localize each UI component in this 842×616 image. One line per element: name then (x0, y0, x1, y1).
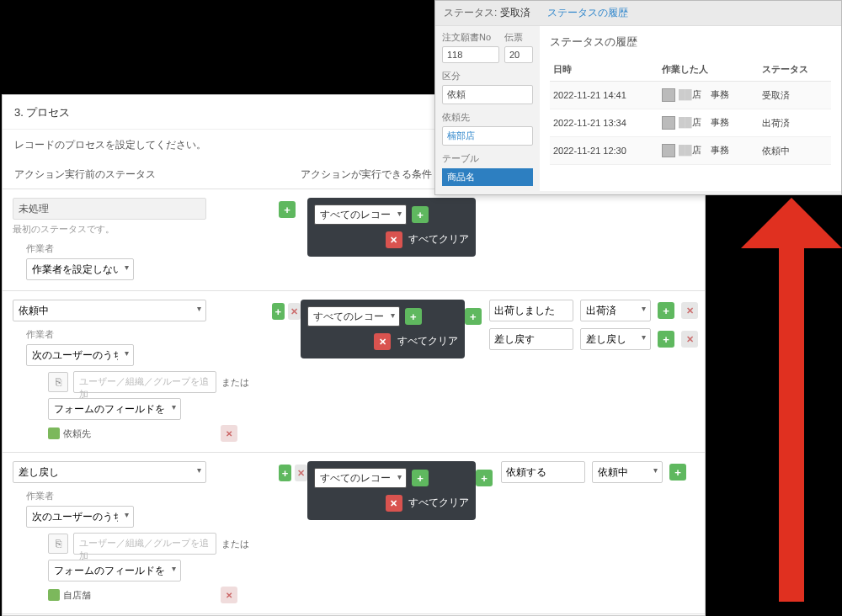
status-select[interactable]: 依頼中 (13, 300, 206, 321)
worker-select[interactable]: 作業者を設定しない (26, 258, 134, 280)
field-value-link[interactable]: 楠部店 (442, 126, 533, 146)
worker-label: 作業者 (26, 328, 272, 341)
condition-select[interactable]: すべてのレコード (314, 204, 407, 225)
add-action-button[interactable]: + (658, 302, 674, 319)
worker-select[interactable]: 次のユーザーのうち1人 (26, 506, 134, 528)
record-fields: 注文願書No 118 伝票 20 区分 依頼 依頼先 楠部店 テーブル 商品名 (435, 26, 540, 191)
remove-user-button[interactable]: ✕ (221, 587, 237, 603)
history-popup: ステータスの履歴 日時 作業した人 ステータス 2022-11-21 14:41… (540, 26, 841, 191)
col-datetime: 日時 (550, 58, 658, 82)
add-action-button[interactable]: + (658, 331, 674, 348)
add-branch-button[interactable]: + (476, 470, 493, 486)
add-action-button[interactable]: + (669, 464, 686, 481)
condition-select[interactable]: すべてのレコード (307, 306, 400, 327)
add-branch-button[interactable]: + (465, 308, 482, 325)
status-select[interactable]: 差し戻し (13, 461, 206, 483)
status-history-overlay: ステータス: 受取済 ステータスの履歴 注文願書No 118 伝票 20 区分 … (434, 0, 842, 195)
field-value: 118 (442, 46, 499, 63)
process-row: 未処理 最初のステータスです。 作業者 作業者を設定しない + すべてのレコード… (3, 189, 705, 290)
field-label: 依頼先 (442, 111, 533, 124)
worker-label: 作業者 (26, 242, 279, 255)
avatar-icon (662, 116, 675, 130)
history-row: 2022-11-21 12:30 ██店 事務 依頼中 (550, 137, 831, 165)
col-status: ステータス (759, 58, 831, 82)
add-condition-button[interactable]: + (405, 308, 422, 325)
action-name-input[interactable] (501, 461, 585, 483)
process-row: 差し戻し 作業者 次のユーザーのうち1人 ⎘ ユーザー／組織／グループを追加 ま… (3, 452, 705, 613)
avatar-icon (662, 144, 675, 157)
col-user: 作業した人 (658, 58, 759, 82)
col-header-status: アクション実行前のステータス (14, 167, 301, 182)
add-condition-button[interactable]: + (412, 470, 429, 486)
remove-action-button[interactable]: ✕ (681, 302, 698, 319)
add-status-button[interactable]: + (272, 303, 285, 320)
popup-title: ステータスの履歴 (550, 35, 831, 50)
clear-all[interactable]: ✕ すべてクリア (307, 333, 458, 350)
worker-select[interactable]: 次のユーザーのうち1人 (26, 344, 134, 366)
field-value: 20 (504, 46, 533, 63)
overlay-header: ステータス: 受取済 ステータスの履歴 (435, 1, 841, 26)
form-field-select[interactable]: フォームのフィールドを追加 (48, 560, 181, 581)
field-label: 伝票 (504, 31, 533, 44)
history-row: 2022-11-21 14:41 ██店 事務 受取済 (550, 82, 831, 109)
org-picker-icon[interactable]: ⎘ (48, 534, 68, 554)
condition-box: すべてのレコード + ✕ すべてクリア (307, 198, 476, 257)
add-status-button[interactable]: + (279, 465, 291, 481)
user-add-input[interactable]: ユーザー／組織／グループを追加 (73, 533, 216, 555)
table-label: テーブル (442, 152, 533, 165)
process-row: 依頼中 作業者 次のユーザーのうち1人 ⎘ ユーザー／組織／グループを追加 また… (3, 290, 705, 452)
condition-select[interactable]: すべてのレコード (314, 468, 407, 488)
remove-status-button[interactable]: ✕ (295, 465, 307, 481)
status-label: ステータス: (444, 7, 497, 19)
user-add-input[interactable]: ユーザー／組織／グループを追加 (73, 371, 216, 393)
or-label: または (221, 376, 249, 389)
add-condition-button[interactable]: + (412, 206, 429, 223)
next-status-select[interactable]: 出荷済 (580, 300, 651, 321)
or-label: または (221, 538, 249, 550)
first-status-note: 最初のステータスです。 (13, 223, 279, 236)
remove-user-button[interactable]: ✕ (221, 425, 237, 442)
history-table: 日時 作業した人 ステータス 2022-11-21 14:41 ██店 事務 受… (550, 58, 831, 165)
history-row: 2022-11-21 13:34 ██店 事務 出荷済 (550, 109, 831, 137)
field-value: 依頼 (442, 85, 533, 104)
status-name-disabled: 未処理 (13, 198, 206, 220)
condition-box: すべてのレコード + ✕ すべてクリア (307, 461, 476, 520)
clear-icon[interactable]: ✕ (374, 333, 391, 350)
user-chip: 依頼先 ✕ (48, 425, 272, 442)
clear-all[interactable]: ✕ すべてクリア (314, 495, 469, 512)
status-history-link[interactable]: ステータスの履歴 (547, 6, 628, 20)
user-icon (48, 427, 60, 439)
field-label: 区分 (442, 70, 533, 82)
remove-status-button[interactable]: ✕ (288, 303, 301, 320)
field-label: 注文願書No (442, 31, 499, 44)
clear-icon[interactable]: ✕ (386, 231, 402, 248)
action-name-input[interactable] (489, 300, 573, 321)
user-icon (48, 589, 60, 601)
next-status-select[interactable]: 依頼中 (592, 461, 663, 483)
form-field-select[interactable]: フォームのフィールドを追加 (48, 398, 181, 420)
avatar-icon (662, 88, 675, 102)
table-header: 商品名 (442, 168, 533, 186)
user-chip: 自店舗 ✕ (48, 587, 279, 603)
condition-box: すべてのレコード + ✕ すべてクリア (301, 300, 465, 358)
clear-icon[interactable]: ✕ (386, 495, 402, 512)
clear-all[interactable]: ✕ すべてクリア (314, 231, 469, 248)
add-status-button[interactable]: + (279, 201, 296, 218)
org-picker-icon[interactable]: ⎘ (48, 372, 68, 392)
status-value: 受取済 (500, 7, 530, 19)
remove-action-button[interactable]: ✕ (681, 331, 698, 348)
next-status-select[interactable]: 差し戻し (580, 328, 651, 350)
annotation-arrow (716, 198, 842, 602)
worker-label: 作業者 (26, 490, 279, 502)
action-name-input[interactable] (489, 328, 573, 350)
